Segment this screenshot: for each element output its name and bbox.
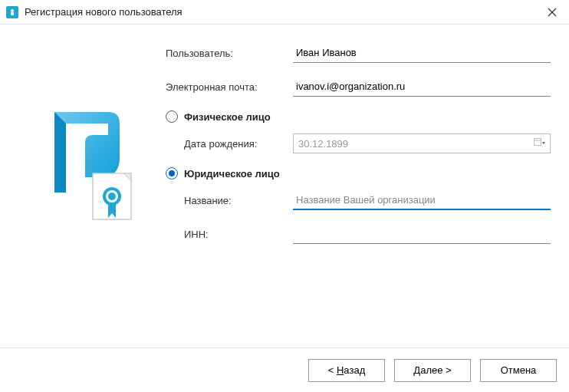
user-input[interactable] <box>293 43 551 63</box>
user-row: Пользователь: <box>166 43 551 63</box>
svg-marker-11 <box>542 142 545 144</box>
email-input[interactable] <box>293 77 551 97</box>
back-button[interactable]: < Назад <box>308 359 385 382</box>
content-area: Пользователь: Электронная почта: Физичес… <box>0 25 569 330</box>
email-label: Электронная почта: <box>166 81 293 93</box>
calendar-dropdown-button[interactable] <box>531 135 548 152</box>
titlebar: Регистрация нового пользователя <box>0 0 569 25</box>
close-icon <box>548 8 557 17</box>
person-radio-label: Физическое лицо <box>184 111 271 123</box>
radio-icon <box>166 110 178 123</box>
window-title: Регистрация нового пользователя <box>25 6 541 18</box>
birthdate-value: 30.12.1899 <box>294 138 531 150</box>
inn-input[interactable] <box>293 224 551 244</box>
sidebar <box>12 43 166 330</box>
user-label: Пользователь: <box>166 48 293 59</box>
calendar-dropdown-icon <box>534 138 546 149</box>
next-button[interactable]: Далее > <box>394 359 471 382</box>
email-row: Электронная почта: <box>166 77 551 97</box>
org-input[interactable] <box>293 190 551 210</box>
inn-row: ИНН: <box>166 224 551 244</box>
close-button[interactable] <box>541 2 563 23</box>
inn-label: ИНН: <box>184 229 293 240</box>
person-radio[interactable]: Физическое лицо <box>166 110 551 123</box>
form: Пользователь: Электронная почта: Физичес… <box>166 43 557 330</box>
wizard-logo <box>39 104 139 235</box>
legal-radio-label: Юридическое лицо <box>184 168 280 180</box>
svg-point-0 <box>11 9 14 12</box>
svg-rect-9 <box>534 139 541 146</box>
birthdate-field[interactable]: 30.12.1899 <box>293 133 551 153</box>
birthdate-label: Дата рождения: <box>184 138 293 150</box>
app-icon <box>6 6 18 18</box>
cancel-button[interactable]: Отмена <box>480 359 557 382</box>
legal-radio[interactable]: Юридическое лицо <box>166 167 551 180</box>
org-label: Название: <box>184 195 293 206</box>
org-row: Название: <box>166 190 551 210</box>
svg-point-8 <box>108 193 116 200</box>
birthdate-row: Дата рождения: 30.12.1899 <box>166 133 551 153</box>
radio-icon <box>166 167 178 180</box>
button-bar: < Назад Далее > Отмена <box>0 348 569 392</box>
svg-rect-1 <box>11 12 14 15</box>
